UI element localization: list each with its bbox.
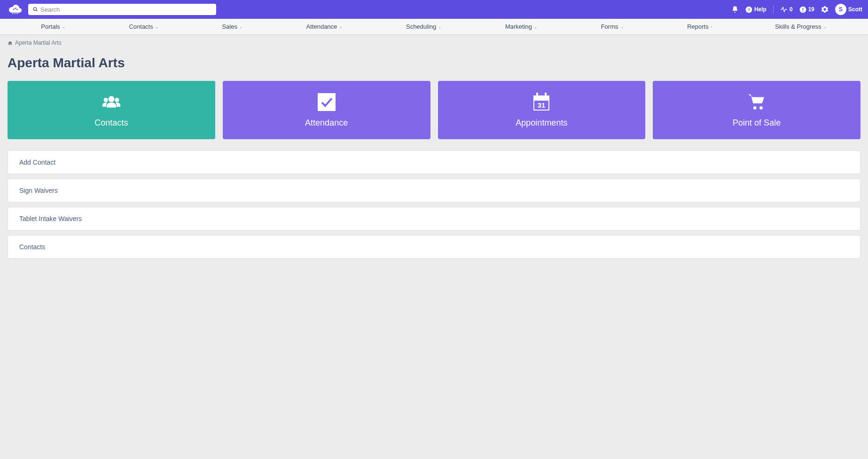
chevron-down-icon: ⌄ [239,24,243,29]
main-nav: Portals ⌄ Contacts ⌄ Sales ⌄ Attendance … [0,19,868,35]
alert-icon [799,6,806,13]
help-label: Help [754,6,766,13]
svg-point-14 [109,96,115,102]
topbar-right-group: ? Help 0 19 S S [731,4,862,15]
alert-count: 19 [808,6,814,13]
list-item-label: Sign Waivers [19,187,58,194]
chevron-down-icon: ⌄ [823,24,827,29]
tile-row: Contacts Attendance 31 [8,81,860,139]
pulse-count: 0 [790,6,793,13]
tile-label: Point of Sale [733,118,781,128]
user-menu[interactable]: S Scott [835,4,862,15]
svg-rect-12 [802,8,803,10]
nav-label: Marketing [505,23,532,30]
list-item-label: Add Contact [19,158,55,166]
list-item-tablet-intake-waivers[interactable]: Tablet Intake Waivers [8,207,860,230]
page-title: Aperta Martial Arts [8,55,860,71]
notifications-bell[interactable] [731,6,739,13]
svg-rect-17 [318,93,336,111]
nav-scheduling[interactable]: Scheduling ⌄ [406,23,442,30]
nav-label: Skills & Progress [775,23,821,30]
tile-point-of-sale[interactable]: Point of Sale [653,81,860,139]
list-item-label: Contacts [19,243,45,251]
svg-point-4 [14,13,15,14]
avatar-initial: S [839,6,843,13]
nav-sales[interactable]: Sales ⌄ [222,23,243,30]
nav-label: Sales [222,23,237,30]
user-name: Scott [848,6,862,13]
top-header-bar: ? Help 0 19 S S [0,0,868,19]
bell-icon [731,6,739,13]
pulse-indicator[interactable]: 0 [780,6,793,13]
topbar-divider [773,5,774,14]
list-item-contacts[interactable]: Contacts [8,235,860,259]
help-icon: ? [745,6,752,13]
list-item-label: Tablet Intake Waivers [19,215,82,222]
svg-text:31: 31 [538,101,546,109]
nav-label: Reports [687,23,709,30]
svg-point-2 [16,9,18,10]
svg-point-25 [759,106,763,110]
nav-reports[interactable]: Reports › [687,23,712,30]
tile-label: Appointments [516,118,567,128]
chevron-down-icon: ⌄ [534,24,538,29]
svg-point-0 [13,9,15,10]
chevron-down-icon: ⌄ [620,24,624,29]
pulse-icon [780,6,788,13]
nav-label: Contacts [129,23,153,30]
breadcrumb-label: Aperta Martial Arts [15,40,62,46]
chevron-down-icon: ⌄ [155,24,159,29]
nav-contacts[interactable]: Contacts ⌄ [129,23,158,30]
chevron-down-icon: ⌄ [438,24,442,29]
settings-button[interactable] [821,6,829,13]
breadcrumb[interactable]: Aperta Martial Arts [0,35,868,49]
search-container [28,4,216,15]
search-input[interactable] [28,4,216,15]
svg-point-1 [15,8,16,9]
nav-marketing[interactable]: Marketing ⌄ [505,23,538,30]
nav-forms[interactable]: Forms ⌄ [601,23,624,30]
svg-point-7 [33,8,36,10]
svg-rect-20 [536,93,538,97]
nav-label: Forms [601,23,618,30]
tile-attendance[interactable]: Attendance [223,81,430,139]
tile-contacts[interactable]: Contacts [8,81,215,139]
chevron-down-icon: ⌄ [62,24,66,29]
nav-skills-progress[interactable]: Skills & Progress ⌄ [775,23,827,30]
home-icon [8,40,13,46]
svg-point-6 [17,13,18,14]
svg-rect-19 [533,95,549,100]
app-logo[interactable] [6,3,24,16]
tile-appointments[interactable]: 31 Appointments [438,81,646,139]
calendar-icon: 31 [532,93,551,111]
nav-attendance[interactable]: Attendance ⌄ [306,23,343,30]
chevron-down-icon: ⌄ [339,24,343,29]
list-item-sign-waivers[interactable]: Sign Waivers [8,179,860,202]
main-content: Aperta Martial Arts Contacts [0,55,868,271]
svg-rect-13 [802,11,803,12]
svg-point-24 [753,106,757,110]
search-icon [33,7,38,12]
nav-label: Attendance [306,23,337,30]
tile-label: Attendance [305,118,348,128]
help-link[interactable]: ? Help [745,6,766,13]
svg-point-16 [115,97,119,102]
nav-label: Portals [41,23,60,30]
svg-point-3 [12,13,13,14]
svg-point-5 [16,13,16,14]
svg-text:?: ? [748,7,750,12]
cloud-logo-icon [7,3,23,16]
gear-icon [821,6,829,13]
people-icon [102,93,121,111]
svg-point-15 [104,97,108,102]
alert-indicator[interactable]: 19 [799,6,814,13]
check-icon [317,93,336,111]
chevron-right-icon: › [711,24,712,29]
avatar: S [835,4,846,15]
tile-label: Contacts [94,118,128,128]
svg-line-8 [36,10,38,11]
nav-portals[interactable]: Portals ⌄ [41,23,65,30]
list-item-add-contact[interactable]: Add Contact [8,150,860,174]
cart-icon [747,93,766,111]
nav-label: Scheduling [406,23,436,30]
